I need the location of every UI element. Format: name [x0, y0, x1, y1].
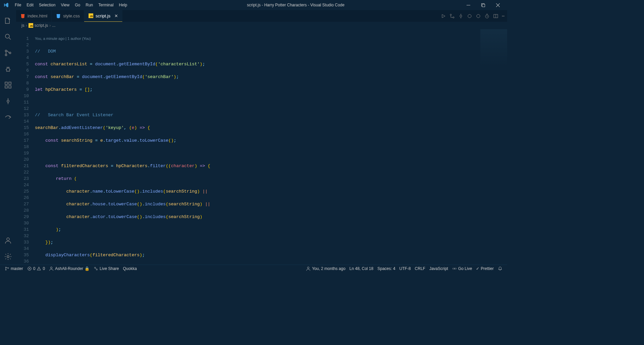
svg-point-14 — [7, 256, 9, 258]
minimize-icon[interactable] — [462, 0, 475, 10]
html-file-icon — [20, 13, 25, 19]
source-control-icon[interactable] — [0, 45, 16, 61]
chevron-right-icon: › — [49, 23, 51, 28]
breadcrumb-item[interactable]: js — [21, 23, 24, 28]
menu-edit[interactable]: Edit — [24, 3, 36, 7]
commit-icon[interactable] — [458, 13, 464, 19]
menu-go[interactable]: Go — [72, 3, 83, 7]
search-icon[interactable] — [0, 29, 16, 45]
tab-script-js[interactable]: JS script.js ✕ — [84, 10, 122, 22]
gitlens-icon[interactable] — [0, 93, 16, 109]
svg-point-26 — [5, 267, 6, 268]
explorer-icon[interactable] — [0, 13, 16, 29]
svg-point-5 — [5, 54, 7, 56]
svg-point-6 — [9, 52, 11, 54]
tab-label: script.js — [96, 13, 110, 18]
tabs-bar: index.html style.css JS script.js ✕ ⋯ — [16, 10, 507, 22]
breadcrumb-item[interactable]: script.js — [35, 23, 48, 28]
svg-point-18 — [453, 17, 454, 18]
problems[interactable]: 0 0 — [25, 266, 47, 271]
status-bar: master 0 0 AshAll-Rounder 🔒 Live Share Q… — [0, 265, 507, 272]
svg-rect-0 — [467, 5, 470, 5]
timer-icon[interactable] — [484, 13, 490, 19]
chevron-right-icon: › — [26, 23, 27, 28]
diff-icon[interactable] — [449, 13, 455, 19]
svg-point-21 — [477, 14, 480, 18]
indentation[interactable]: Spaces: 4 — [375, 266, 397, 271]
window-title: script.js - Harry Potter Characters - Vi… — [130, 3, 462, 7]
line-gutter: 1234567891011121314151617181920212223242… — [16, 29, 35, 265]
maximize-icon[interactable] — [476, 0, 490, 10]
menu-view[interactable]: View — [58, 3, 72, 7]
breadcrumbs[interactable]: js › JS script.js › ... — [16, 22, 507, 29]
code-editor[interactable]: You, a minute ago | 1 author (You) // DO… — [35, 29, 507, 265]
editor-body[interactable]: 1234567891011121314151617181920212223242… — [16, 29, 507, 265]
git-branch[interactable]: master — [3, 266, 25, 271]
prev-icon[interactable] — [467, 13, 472, 19]
menu-terminal[interactable]: Terminal — [96, 3, 116, 7]
close-tab-icon[interactable]: ✕ — [114, 13, 118, 18]
account-icon[interactable] — [0, 232, 16, 249]
tab-index-html[interactable]: index.html — [16, 10, 52, 22]
notifications-icon[interactable] — [496, 266, 504, 271]
svg-rect-9 — [5, 86, 7, 88]
editor-actions: ⋯ — [441, 10, 507, 22]
share-icon[interactable] — [0, 109, 16, 125]
svg-point-12 — [7, 100, 9, 102]
svg-rect-2 — [482, 4, 485, 7]
breadcrumb-item[interactable]: ... — [52, 23, 55, 28]
activity-bar — [0, 10, 16, 265]
minimap[interactable] — [480, 29, 507, 76]
svg-text:JS: JS — [30, 24, 33, 27]
svg-point-3 — [5, 34, 9, 38]
svg-point-32 — [96, 269, 98, 270]
split-editor-icon[interactable] — [493, 13, 498, 19]
language-mode[interactable]: JavaScript — [427, 266, 450, 271]
title-bar: File Edit Selection View Go Run Terminal… — [0, 0, 507, 10]
live-share[interactable]: Live Share — [92, 266, 121, 271]
js-file-icon: JS — [88, 13, 94, 18]
svg-point-27 — [5, 269, 6, 270]
extensions-icon[interactable] — [0, 77, 16, 93]
svg-rect-8 — [5, 82, 7, 84]
svg-point-28 — [8, 267, 9, 268]
encoding[interactable]: UTF-8 — [397, 266, 413, 271]
svg-point-20 — [468, 14, 471, 18]
svg-point-30 — [50, 267, 52, 268]
prettier[interactable]: ✓Prettier — [474, 266, 496, 271]
vscode-logo-icon — [3, 2, 9, 8]
svg-point-17 — [450, 14, 451, 15]
tab-style-css[interactable]: style.css — [52, 10, 84, 22]
eol[interactable]: CRLF — [413, 266, 427, 271]
run-icon[interactable] — [441, 13, 446, 19]
css-file-icon — [56, 13, 61, 19]
cursor-position[interactable]: Ln 48, Col 18 — [347, 266, 375, 271]
svg-rect-11 — [9, 82, 11, 84]
debug-icon[interactable] — [0, 61, 16, 77]
svg-point-19 — [460, 15, 462, 17]
settings-icon[interactable] — [0, 249, 16, 265]
svg-rect-10 — [9, 86, 11, 88]
menu-run[interactable]: Run — [83, 3, 96, 7]
svg-point-31 — [95, 267, 96, 268]
tab-label: style.css — [63, 13, 80, 18]
next-icon[interactable] — [476, 13, 481, 19]
menu-selection[interactable]: Selection — [36, 3, 58, 7]
menu-file[interactable]: File — [12, 3, 24, 7]
user-badge[interactable]: AshAll-Rounder 🔒 — [47, 266, 92, 271]
tab-label: index.html — [28, 13, 47, 18]
codelens[interactable]: You, a minute ago | 1 author (You) — [35, 36, 507, 42]
svg-point-33 — [308, 267, 309, 268]
git-blame[interactable]: You, 2 months ago — [304, 266, 347, 271]
svg-point-4 — [5, 50, 7, 52]
js-file-icon: JS — [29, 23, 33, 28]
go-live[interactable]: Go Live — [450, 266, 474, 271]
more-icon[interactable]: ⋯ — [502, 13, 504, 19]
close-icon[interactable] — [491, 0, 504, 10]
quokka[interactable]: Quokka — [121, 266, 139, 271]
svg-text:JS: JS — [90, 15, 93, 18]
svg-point-34 — [454, 268, 455, 269]
menu-help[interactable]: Help — [116, 3, 130, 7]
svg-point-13 — [7, 238, 9, 240]
